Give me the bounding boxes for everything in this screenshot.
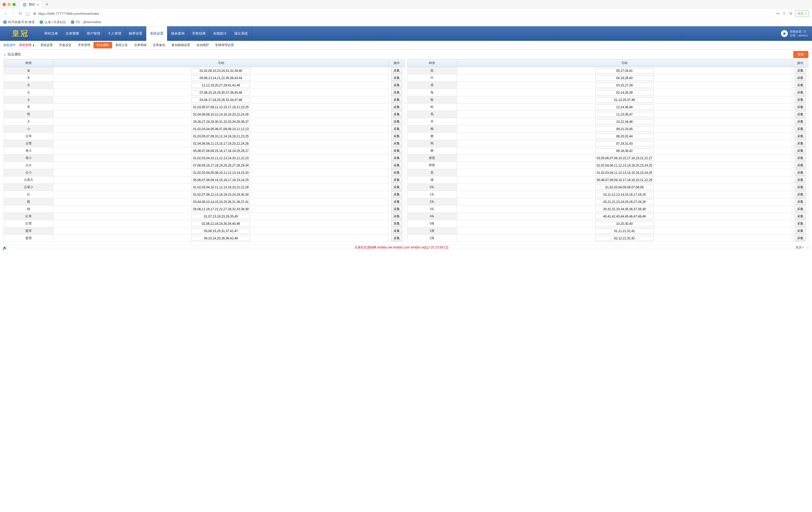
site-settings-icon[interactable]: ⚙ bbox=[33, 12, 36, 16]
collect-button[interactable]: 采集 bbox=[391, 228, 402, 234]
number-input[interactable] bbox=[192, 170, 250, 175]
number-input[interactable] bbox=[595, 163, 654, 168]
number-input[interactable] bbox=[595, 97, 654, 102]
collect-button[interactable]: 采集 bbox=[391, 184, 402, 190]
number-input[interactable] bbox=[595, 134, 654, 139]
nav-item[interactable]: 在线统计 bbox=[209, 26, 231, 41]
bookmark-item[interactable]: 认准->天美社区 bbox=[39, 20, 66, 25]
number-input[interactable] bbox=[192, 68, 250, 73]
subnav-item[interactable]: 注单明细 bbox=[131, 42, 150, 49]
bookmark-item[interactable]: TG：@tianmeibbs bbox=[71, 20, 102, 25]
number-input[interactable] bbox=[595, 199, 654, 205]
number-input[interactable] bbox=[192, 148, 250, 153]
number-input[interactable] bbox=[595, 83, 654, 88]
collect-button[interactable]: 采集 bbox=[795, 213, 806, 219]
collect-button[interactable]: 采集 bbox=[795, 111, 806, 117]
number-input[interactable] bbox=[192, 207, 250, 212]
collect-button[interactable]: 采集 bbox=[391, 170, 402, 176]
back-button[interactable]: ‹ bbox=[3, 11, 8, 16]
collect-button[interactable]: 采集 bbox=[795, 206, 806, 212]
collect-button[interactable]: 采集 bbox=[795, 141, 806, 147]
close-tab-icon[interactable]: × bbox=[37, 3, 39, 7]
collect-button[interactable]: 采集 bbox=[391, 235, 402, 241]
collect-button[interactable]: 采集 bbox=[391, 191, 402, 198]
number-input[interactable] bbox=[595, 214, 654, 219]
collect-button[interactable]: 采集 bbox=[795, 68, 806, 73]
nav-item[interactable]: 个人管理 bbox=[104, 26, 125, 41]
number-input[interactable] bbox=[595, 236, 654, 241]
number-input[interactable] bbox=[192, 236, 250, 241]
number-input[interactable] bbox=[192, 104, 250, 110]
collect-button[interactable]: 采集 bbox=[795, 191, 806, 198]
collect-button[interactable]: 采集 bbox=[795, 155, 806, 161]
browser-tab[interactable]: 🌐 测试 × bbox=[19, 1, 42, 8]
number-input[interactable] bbox=[192, 141, 250, 146]
subnav-item[interactable]: 彩种管理设置 bbox=[212, 42, 237, 49]
nav-item[interactable]: 报表查询 bbox=[167, 26, 188, 41]
number-input[interactable] bbox=[192, 192, 250, 197]
number-input[interactable] bbox=[595, 119, 654, 124]
number-input[interactable] bbox=[595, 177, 654, 183]
subnav-item[interactable]: 系统设置 bbox=[37, 42, 56, 49]
collect-button[interactable]: 采集 bbox=[795, 199, 806, 205]
nav-item[interactable]: 用户管理 bbox=[83, 26, 104, 41]
nav-item[interactable]: 赔率设置 bbox=[125, 26, 146, 41]
collect-button[interactable]: 采集 bbox=[795, 221, 806, 227]
collect-button[interactable]: 采集 bbox=[795, 90, 806, 95]
number-input[interactable] bbox=[595, 76, 654, 81]
shield-icon[interactable]: ◔ bbox=[789, 11, 792, 16]
share-icon[interactable]: ⇪ bbox=[783, 11, 786, 16]
number-input[interactable] bbox=[192, 163, 250, 168]
number-input[interactable] bbox=[192, 97, 250, 102]
company-link[interactable]: admin1 bbox=[799, 34, 808, 37]
reload-button[interactable]: ↻ bbox=[18, 11, 23, 16]
collect-button[interactable]: 采集 bbox=[795, 133, 806, 139]
number-input[interactable] bbox=[595, 185, 654, 190]
number-input[interactable] bbox=[192, 76, 250, 81]
number-input[interactable] bbox=[595, 221, 654, 227]
nav-item[interactable]: 系统设置 bbox=[146, 26, 167, 41]
number-input[interactable] bbox=[192, 214, 250, 219]
collect-button[interactable]: 采集 bbox=[795, 184, 806, 190]
subnav-item[interactable]: 玩法属性 bbox=[93, 42, 112, 49]
number-input[interactable] bbox=[192, 199, 250, 205]
number-input[interactable] bbox=[595, 68, 654, 73]
home-icon[interactable]: ⌂ bbox=[4, 52, 6, 57]
resize-handle-icon[interactable]: ⟋ bbox=[806, 246, 809, 249]
collect-button[interactable]: 采集 bbox=[391, 97, 402, 103]
new-tab-button[interactable]: + bbox=[46, 2, 49, 7]
nav-item[interactable]: 退出系统 bbox=[231, 26, 252, 41]
number-input[interactable] bbox=[595, 156, 654, 161]
number-input[interactable] bbox=[192, 185, 250, 190]
nav-item[interactable]: 即时注单 bbox=[41, 26, 62, 41]
subnav-item[interactable]: 系统公告 bbox=[112, 42, 131, 49]
bookmark-item[interactable]: 程序搭建/开发/修复 bbox=[3, 20, 35, 25]
number-input[interactable] bbox=[595, 207, 654, 212]
number-input[interactable] bbox=[595, 90, 654, 95]
collect-button[interactable]: 采集 bbox=[391, 213, 402, 219]
collect-button[interactable]: 采集 bbox=[391, 111, 402, 117]
number-input[interactable] bbox=[192, 119, 250, 124]
collect-button[interactable]: 采集 bbox=[391, 104, 402, 110]
collect-button[interactable]: 采集 bbox=[391, 148, 402, 154]
collect-button[interactable]: 采集 bbox=[795, 82, 806, 88]
nav-item[interactable]: 开奖结果 bbox=[188, 26, 209, 41]
subnav-item[interactable]: 开奖管理 bbox=[75, 42, 93, 49]
collect-button[interactable]: 采集 bbox=[795, 162, 806, 168]
collect-button[interactable]: 采集 bbox=[795, 97, 806, 103]
collect-button[interactable]: 采集 bbox=[391, 90, 402, 95]
collect-button[interactable]: 采集 bbox=[795, 75, 806, 81]
subnav-item[interactable]: 自动维护 bbox=[193, 42, 212, 49]
collect-button[interactable]: 采集 bbox=[391, 126, 402, 132]
collect-button[interactable]: 采集 bbox=[391, 162, 402, 168]
subnav-item[interactable]: 开盘设定 bbox=[56, 42, 75, 49]
collect-button[interactable]: 采集 bbox=[391, 221, 402, 227]
close-window-icon[interactable] bbox=[3, 3, 6, 6]
number-input[interactable] bbox=[192, 229, 250, 234]
collect-button[interactable]: 采集 bbox=[795, 177, 806, 183]
collect-button[interactable]: 采集 bbox=[795, 104, 806, 110]
avatar-icon[interactable]: ☻ bbox=[781, 30, 788, 37]
sound-icon[interactable]: 🔊 bbox=[3, 246, 7, 250]
collect-button[interactable]: 采集 bbox=[795, 119, 806, 125]
collect-button[interactable]: 采集 bbox=[391, 133, 402, 139]
